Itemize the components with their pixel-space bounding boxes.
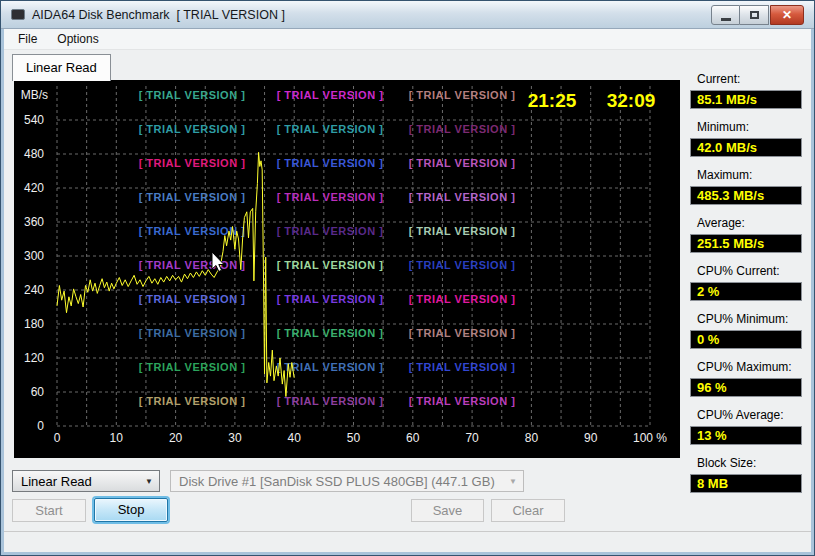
title-bar[interactable]: AIDA64 Disk Benchmark [ TRIAL VERSION ] … — [1, 1, 814, 29]
y-tick-label: 420 — [24, 181, 44, 195]
stat-label: Maximum: — [697, 168, 810, 182]
trial-watermark: [ TRIAL VERSION ] — [277, 157, 384, 169]
window-title: AIDA64 Disk Benchmark [ TRIAL VERSION ] — [32, 8, 285, 22]
stat-label: Average: — [697, 216, 810, 230]
trial-watermark: [ TRIAL VERSION ] — [139, 259, 246, 271]
x-tick-label: 60 — [406, 431, 420, 445]
benchmark-chart: MB/s540480420360300240180120600010203040… — [14, 80, 680, 458]
trial-watermark: [ TRIAL VERSION ] — [139, 361, 246, 373]
trial-watermark: [ TRIAL VERSION ] — [409, 361, 516, 373]
y-tick-label: 180 — [24, 317, 44, 331]
trial-watermark: [ TRIAL VERSION ] — [277, 259, 384, 271]
stat-group: CPU% Current:2 % — [690, 264, 810, 301]
trial-watermark: [ TRIAL VERSION ] — [409, 157, 516, 169]
trial-watermark: [ TRIAL VERSION ] — [409, 395, 516, 407]
tab-linear-read[interactable]: Linear Read — [12, 54, 111, 81]
stat-group: Average:251.5 MB/s — [690, 216, 810, 253]
stat-value: 2 % — [690, 282, 802, 301]
trial-watermark: [ TRIAL VERSION ] — [409, 327, 516, 339]
trial-watermark: [ TRIAL VERSION ] — [277, 191, 384, 203]
trial-watermark: [ TRIAL VERSION ] — [139, 123, 246, 135]
stat-value: 42.0 MB/s — [690, 138, 802, 157]
remaining-time: 32:09 — [607, 90, 656, 111]
trial-watermark: [ TRIAL VERSION ] — [409, 89, 516, 101]
trial-watermark: [ TRIAL VERSION ] — [277, 225, 384, 237]
close-button[interactable]: ✕ — [770, 5, 804, 25]
trial-watermark: [ TRIAL VERSION ] — [409, 225, 516, 237]
trial-watermark: [ TRIAL VERSION ] — [139, 327, 246, 339]
x-tick-label: 100 % — [633, 431, 667, 445]
stat-label: CPU% Minimum: — [697, 312, 810, 326]
x-tick-label: 10 — [110, 431, 124, 445]
trial-watermark: [ TRIAL VERSION ] — [277, 89, 384, 101]
stat-label: CPU% Maximum: — [697, 360, 810, 374]
stat-value: 485.3 MB/s — [690, 186, 802, 205]
clear-button[interactable]: Clear — [491, 499, 565, 522]
app-window: AIDA64 Disk Benchmark [ TRIAL VERSION ] … — [0, 0, 815, 556]
stat-label: Block Size: — [697, 456, 810, 470]
y-tick-label: 0 — [37, 419, 44, 433]
trial-watermark: [ TRIAL VERSION ] — [139, 89, 246, 101]
y-tick-label: 240 — [24, 283, 44, 297]
disk-drive-select[interactable]: Disk Drive #1 [SanDisk SSD PLUS 480GB] (… — [170, 470, 524, 492]
stat-group: CPU% Maximum:96 % — [690, 360, 810, 397]
stat-group: Current:85.1 MB/s — [690, 72, 810, 109]
y-axis-unit: MB/s — [21, 88, 48, 102]
elapsed-time: 21:25 — [528, 90, 577, 111]
trial-watermark: [ TRIAL VERSION ] — [409, 123, 516, 135]
chart-grid — [57, 86, 650, 426]
minimize-icon — [721, 18, 731, 21]
trial-watermark: [ TRIAL VERSION ] — [139, 395, 246, 407]
stop-button[interactable]: Stop — [94, 498, 168, 522]
y-tick-label: 300 — [24, 249, 44, 263]
y-tick-label: 540 — [24, 113, 44, 127]
close-icon: ✕ — [782, 8, 792, 22]
stat-value: 8 MB — [690, 474, 802, 493]
stat-group: CPU% Minimum:0 % — [690, 312, 810, 349]
stat-value: 251.5 MB/s — [690, 234, 802, 253]
start-button[interactable]: Start — [12, 499, 86, 522]
window-controls: ✕ — [711, 5, 804, 25]
minimize-button[interactable] — [711, 5, 740, 25]
benchmark-type-value: Linear Read — [13, 474, 139, 489]
x-tick-label: 20 — [169, 431, 183, 445]
y-tick-label: 60 — [31, 385, 45, 399]
trial-watermark: [ TRIAL VERSION ] — [409, 191, 516, 203]
trial-watermark: [ TRIAL VERSION ] — [409, 293, 516, 305]
x-tick-label: 90 — [584, 431, 598, 445]
x-tick-label: 80 — [525, 431, 539, 445]
stat-value: 13 % — [690, 426, 802, 445]
chart-canvas: MB/s540480420360300240180120600010203040… — [14, 80, 680, 458]
disk-drive-value: Disk Drive #1 [SanDisk SSD PLUS 480GB] (… — [171, 474, 503, 489]
trial-watermark: [ TRIAL VERSION ] — [277, 123, 384, 135]
y-tick-label: 360 — [24, 215, 44, 229]
stat-group: CPU% Average:13 % — [690, 408, 810, 445]
maximize-icon — [750, 11, 759, 19]
menu-options[interactable]: Options — [47, 30, 108, 48]
app-icon — [11, 9, 25, 20]
stat-value: 0 % — [690, 330, 802, 349]
maximize-button[interactable] — [740, 5, 769, 25]
trial-watermark: [ TRIAL VERSION ] — [277, 293, 384, 305]
stat-group: Maximum:485.3 MB/s — [690, 168, 810, 205]
stat-label: CPU% Average: — [697, 408, 810, 422]
dropdown-arrow-icon: ▼ — [139, 477, 159, 486]
stat-label: Current: — [697, 72, 810, 86]
menu-file[interactable]: File — [8, 30, 47, 48]
trial-watermarks: [ TRIAL VERSION ][ TRIAL VERSION ][ TRIA… — [139, 89, 516, 407]
trial-watermark: [ TRIAL VERSION ] — [139, 157, 246, 169]
x-tick-label: 0 — [54, 431, 61, 445]
trial-watermark: [ TRIAL VERSION ] — [409, 259, 516, 271]
x-tick-label: 40 — [288, 431, 302, 445]
trial-watermark: [ TRIAL VERSION ] — [139, 191, 246, 203]
x-tick-label: 70 — [465, 431, 479, 445]
x-tick-label: 50 — [347, 431, 361, 445]
stats-panel: Current:85.1 MB/sMinimum:42.0 MB/sMaximu… — [690, 72, 810, 504]
trial-watermark: [ TRIAL VERSION ] — [139, 293, 246, 305]
menu-bar: File Options — [4, 29, 811, 50]
stat-group: Minimum:42.0 MB/s — [690, 120, 810, 157]
benchmark-type-select[interactable]: Linear Read ▼ — [12, 470, 160, 492]
stat-label: Minimum: — [697, 120, 810, 134]
stat-value: 85.1 MB/s — [690, 90, 802, 109]
save-button[interactable]: Save — [411, 499, 484, 522]
